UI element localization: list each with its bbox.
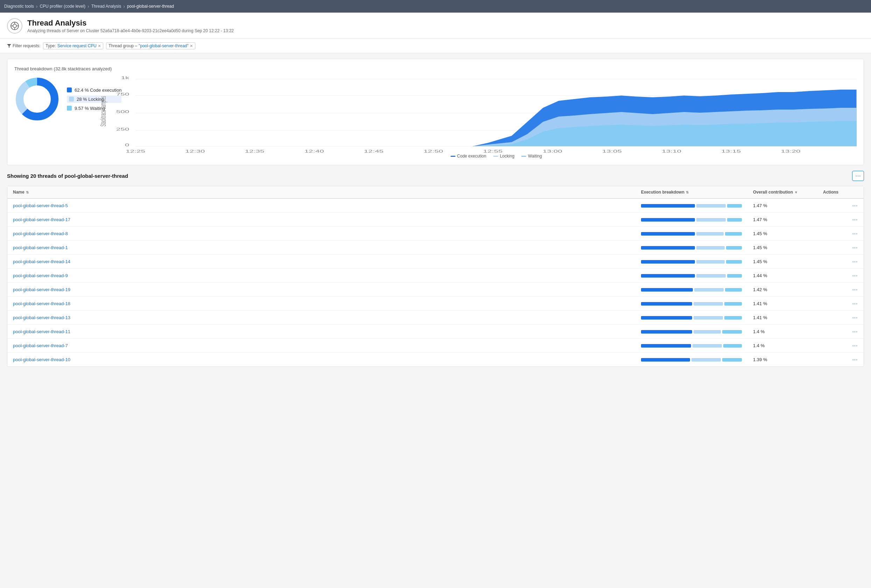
action-dots-button[interactable]: ⋯ [852, 230, 858, 237]
filter-group-key: Thread group – [109, 43, 137, 48]
legend-waiting: 9.57 % Waiting [67, 106, 121, 111]
thread-name-cell[interactable]: pool-global-server-thread-14 [13, 259, 641, 264]
filter-type-close[interactable]: × [98, 43, 101, 48]
action-dots-button[interactable]: ⋯ [852, 342, 858, 349]
thread-name-cell[interactable]: pool-global-server-thread-10 [13, 357, 641, 362]
action-dots-button[interactable]: ⋯ [852, 216, 858, 223]
exec-bar-wrap [641, 204, 753, 208]
thread-analysis-icon [7, 18, 22, 34]
filter-tag-type[interactable]: Type: Service request CPU × [43, 42, 103, 49]
exec-bar-segment [693, 316, 723, 320]
actions-cell: ⋯ [823, 286, 858, 293]
thread-name-link[interactable]: pool-global-server-thread-10 [13, 357, 70, 362]
exec-bar-segment [641, 246, 695, 250]
contribution-cell: 1.41 % [753, 315, 823, 320]
svg-text:750: 750 [116, 93, 129, 97]
contribution-cell: 1.39 % [753, 357, 823, 362]
threads-menu-button[interactable]: ⋯ [852, 171, 864, 181]
action-dots-button[interactable]: ⋯ [852, 202, 858, 209]
action-dots-button[interactable]: ⋯ [852, 314, 858, 321]
table-row: pool-global-server-thread-171.47 %⋯ [7, 213, 864, 227]
sort-icon-contribution[interactable]: ▼ [794, 190, 798, 194]
thread-name-link[interactable]: pool-global-server-thread-13 [13, 315, 70, 320]
thread-name-cell[interactable]: pool-global-server-thread-17 [13, 217, 641, 222]
actions-cell: ⋯ [823, 216, 858, 223]
svg-text:13:15: 13:15 [721, 150, 741, 154]
exec-bar-segment [693, 330, 721, 334]
exec-bar-segment [723, 344, 742, 347]
exec-bar-wrap [641, 288, 753, 292]
sort-icon-exec[interactable]: ⇅ [686, 190, 688, 194]
breadcrumb-item-diagnostic[interactable]: Diagnostic tools [4, 4, 34, 9]
exec-bar-segment [694, 288, 724, 292]
breadcrumb-sep-3: › [123, 3, 125, 9]
thread-name-cell[interactable]: pool-global-server-thread-1 [13, 245, 641, 250]
svg-text:13:20: 13:20 [781, 150, 801, 154]
thread-name-link[interactable]: pool-global-server-thread-9 [13, 273, 68, 278]
svg-marker-6 [7, 44, 11, 48]
svg-text:12:25: 12:25 [126, 150, 145, 154]
filter-tag-group[interactable]: Thread group – "pool-global-server-threa… [106, 42, 195, 49]
breadcrumb-item-pool[interactable]: pool-global-server-thread [127, 4, 174, 9]
table-row: pool-global-server-thread-11.45 %⋯ [7, 241, 864, 255]
table-header: Name ⇅ Execution breakdown ⇅ Overall con… [7, 186, 864, 199]
thread-name-link[interactable]: pool-global-server-thread-1 [13, 245, 68, 250]
thread-name-cell[interactable]: pool-global-server-thread-7 [13, 343, 641, 348]
exec-bar-cell [641, 218, 753, 221]
thread-name-cell[interactable]: pool-global-server-thread-13 [13, 315, 641, 320]
action-dots-button[interactable]: ⋯ [852, 356, 858, 363]
sort-icon-name[interactable]: ⇅ [26, 190, 29, 194]
actions-cell: ⋯ [823, 314, 858, 321]
thread-name-link[interactable]: pool-global-server-thread-11 [13, 329, 70, 334]
thread-name-link[interactable]: pool-global-server-thread-8 [13, 231, 68, 236]
thread-name-cell[interactable]: pool-global-server-thread-8 [13, 231, 641, 236]
thread-name-cell[interactable]: pool-global-server-thread-5 [13, 203, 641, 208]
action-dots-button[interactable]: ⋯ [852, 286, 858, 293]
breadcrumb-item-thread-analysis[interactable]: Thread Analysis [91, 4, 121, 9]
table-row: pool-global-server-thread-141.45 %⋯ [7, 255, 864, 269]
breakdown-title: Thread breakdown (32.8k stacktraces anal… [14, 66, 857, 72]
thread-name-link[interactable]: pool-global-server-thread-18 [13, 301, 70, 306]
thread-name-cell[interactable]: pool-global-server-thread-9 [13, 273, 641, 278]
table-body: pool-global-server-thread-51.47 %⋯pool-g… [7, 199, 864, 367]
thread-name-cell[interactable]: pool-global-server-thread-18 [13, 301, 641, 306]
svg-point-10 [24, 86, 51, 112]
thread-name-cell[interactable]: pool-global-server-thread-19 [13, 287, 641, 292]
exec-bar-segment [641, 260, 695, 263]
exec-bar-segment [693, 302, 723, 305]
svg-point-1 [13, 24, 16, 28]
threads-section: Showing 20 threads of pool-global-server… [7, 171, 864, 367]
action-dots-button[interactable]: ⋯ [852, 258, 858, 265]
thread-name-link[interactable]: pool-global-server-thread-7 [13, 343, 68, 348]
actions-cell: ⋯ [823, 356, 858, 363]
breadcrumb-item-cpu-profiler[interactable]: CPU profiler (code level) [40, 4, 85, 9]
exec-bar-segment [727, 204, 742, 208]
thread-breakdown-card: Thread breakdown (32.8k stacktraces anal… [7, 59, 864, 165]
chart-legend-code: Code execution [450, 154, 486, 159]
exec-bar-segment [727, 218, 742, 221]
action-dots-button[interactable]: ⋯ [852, 300, 858, 307]
exec-bar-wrap [641, 330, 753, 334]
svg-text:250: 250 [116, 127, 129, 132]
contribution-cell: 1.47 % [753, 217, 823, 222]
svg-text:Stacktrace samples: Stacktrace samples [99, 96, 108, 126]
legend-code-execution: 62.4 % Code execution [67, 87, 121, 93]
exec-bar-segment [691, 358, 721, 362]
exec-bar-segment [726, 246, 742, 250]
actions-cell: ⋯ [823, 342, 858, 349]
thread-name-cell[interactable]: pool-global-server-thread-11 [13, 329, 641, 334]
svg-text:12:30: 12:30 [186, 150, 205, 154]
thread-name-link[interactable]: pool-global-server-thread-17 [13, 217, 70, 222]
thread-name-link[interactable]: pool-global-server-thread-19 [13, 287, 70, 292]
filter-group-value: "pool-global-server-thread" [139, 43, 189, 48]
col-exec: Execution breakdown ⇅ [641, 190, 753, 195]
header-text: Thread Analysis Analyzing threads of Ser… [27, 18, 234, 33]
action-dots-button[interactable]: ⋯ [852, 328, 858, 335]
exec-bar-segment [696, 274, 726, 278]
thread-name-link[interactable]: pool-global-server-thread-5 [13, 203, 68, 208]
legend-locking: 28 % Locking [67, 96, 121, 103]
action-dots-button[interactable]: ⋯ [852, 272, 858, 279]
filter-group-close[interactable]: × [190, 43, 193, 48]
action-dots-button[interactable]: ⋯ [852, 244, 858, 251]
thread-name-link[interactable]: pool-global-server-thread-14 [13, 259, 70, 264]
